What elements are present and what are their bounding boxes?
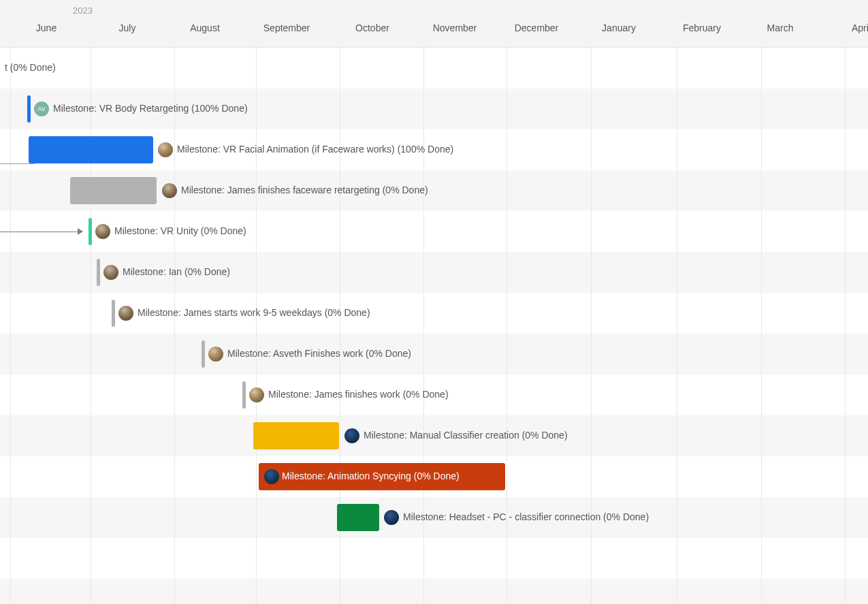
- task-label: Milestone: VR Body Retargeting (100% Don…: [53, 103, 248, 114]
- task-label: Milestone: VR Unity (0% Done): [114, 225, 246, 236]
- grid-line: [10, 48, 11, 604]
- grid-line: [174, 48, 175, 604]
- month-label[interactable]: March: [767, 22, 794, 33]
- assignee-avatar[interactable]: AV: [34, 101, 49, 116]
- task-bar[interactable]: [337, 504, 379, 531]
- task-label: Milestone: James finishes faceware retar…: [181, 185, 428, 195]
- gantt-row[interactable]: Milestone: James finishes faceware retar…: [0, 170, 868, 211]
- milestone-marker[interactable]: [27, 95, 31, 123]
- gantt-rows[interactable]: t (0% Done)AVMilestone: VR Body Retarget…: [0, 48, 868, 604]
- task-label: Milestone: James finishes work (0% Done): [268, 389, 449, 400]
- month-label[interactable]: October: [355, 22, 389, 33]
- task-bar[interactable]: [70, 177, 157, 204]
- grid-line: [91, 48, 91, 604]
- grid-line: [677, 48, 677, 604]
- dependency-arrow-icon: [78, 228, 83, 235]
- assignee-avatar[interactable]: [103, 265, 118, 280]
- gantt-row[interactable]: Milestone: Manual Classifier creation (0…: [0, 415, 868, 456]
- assignee-avatar[interactable]: [264, 469, 279, 484]
- gantt-row[interactable]: t (0% Done): [0, 48, 868, 89]
- milestone-marker[interactable]: [242, 381, 246, 409]
- grid-line: [761, 48, 762, 604]
- gantt-row[interactable]: Milestone: Asveth Finishes work (0% Done…: [0, 334, 868, 375]
- grid-line: [256, 48, 257, 604]
- assignee-avatar[interactable]: [384, 510, 399, 525]
- gantt-row[interactable]: Milestone: VR Facial Animation (if Facew…: [0, 129, 868, 170]
- month-label[interactable]: February: [683, 22, 721, 33]
- month-label[interactable]: June: [36, 22, 57, 33]
- month-label[interactable]: April: [852, 22, 868, 33]
- gantt-row[interactable]: Milestone: James finishes work (0% Done): [0, 375, 868, 415]
- month-label[interactable]: December: [515, 22, 559, 33]
- dependency-line: [0, 232, 78, 232]
- assignee-avatar[interactable]: [344, 428, 359, 443]
- gantt-row[interactable]: Milestone: James starts work 9-5 weekday…: [0, 293, 868, 334]
- milestone-marker[interactable]: [112, 300, 115, 327]
- gantt-row[interactable]: Milestone: VR Unity (0% Done): [0, 211, 868, 252]
- month-label[interactable]: November: [433, 22, 477, 33]
- gantt-row[interactable]: Milestone: Headset - PC - classifier con…: [0, 497, 868, 538]
- year-label: 2023: [73, 5, 93, 16]
- dependency-line: [0, 163, 34, 164]
- month-label[interactable]: January: [602, 22, 636, 33]
- gantt-row[interactable]: Milestone: Animation Syncying (0% Done): [0, 456, 868, 497]
- gantt-row[interactable]: [0, 579, 868, 604]
- month-label[interactable]: September: [263, 22, 310, 33]
- task-label: Milestone: James starts work 9-5 weekday…: [138, 307, 370, 318]
- assignee-avatar[interactable]: [208, 347, 223, 362]
- task-bar[interactable]: [253, 422, 339, 449]
- month-label[interactable]: July: [119, 22, 136, 33]
- month-label[interactable]: August: [190, 22, 220, 33]
- task-label: Milestone: Asveth Finishes work (0% Done…: [227, 348, 411, 359]
- task-label: Milestone: Manual Classifier creation (0…: [364, 430, 568, 441]
- task-bar[interactable]: [29, 136, 153, 163]
- gantt-row[interactable]: AVMilestone: VR Body Retargeting (100% D…: [0, 89, 868, 129]
- assignee-avatar[interactable]: [162, 183, 177, 198]
- task-label: Milestone: Animation Syncying (0% Done): [282, 471, 460, 481]
- timeline-header[interactable]: 2023 JuneJulyAugustSeptemberOctoberNovem…: [0, 0, 868, 48]
- assignee-avatar[interactable]: [118, 306, 133, 321]
- task-label: Milestone: VR Facial Animation (if Facew…: [177, 144, 453, 155]
- task-label: Milestone: Headset - PC - classifier con…: [403, 511, 649, 522]
- task-label-partial: t (0% Done): [5, 62, 56, 73]
- assignee-avatar[interactable]: [95, 224, 110, 239]
- milestone-marker[interactable]: [89, 218, 92, 245]
- gantt-row[interactable]: [0, 538, 868, 579]
- milestone-marker[interactable]: [97, 259, 100, 286]
- milestone-marker[interactable]: [202, 340, 205, 368]
- assignee-avatar[interactable]: [158, 142, 173, 157]
- grid-line: [845, 48, 846, 604]
- gantt-row[interactable]: Milestone: Ian (0% Done): [0, 252, 868, 293]
- assignee-avatar[interactable]: [249, 387, 264, 402]
- task-label: Milestone: Ian (0% Done): [123, 266, 230, 277]
